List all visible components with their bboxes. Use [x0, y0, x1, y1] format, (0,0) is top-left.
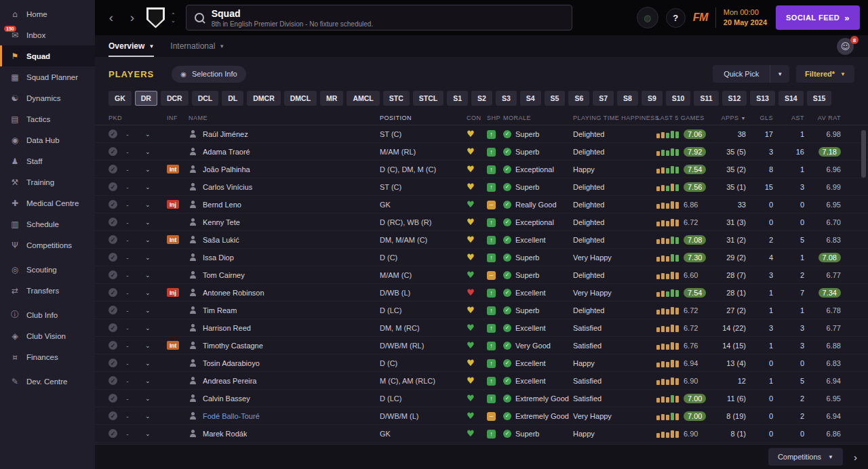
- player-row[interactable]: - Harrison Reed DM, M (RC) ↑ Excellent S…: [95, 319, 868, 337]
- position-filter-dmcr[interactable]: DMCR: [247, 91, 281, 106]
- position-filter-dcr[interactable]: DCR: [161, 91, 189, 106]
- picked-cell[interactable]: [108, 359, 126, 367]
- back-button[interactable]: ‹: [103, 7, 119, 28]
- player-row[interactable]: - Int João Palhinha D (C), DM, M (C) ↑ E…: [95, 161, 868, 178]
- sidebar-item-competitions[interactable]: Competitions: [0, 234, 95, 256]
- name-cell[interactable]: Tim Ream: [189, 306, 380, 314]
- player-row[interactable]: - Adama Traoré M/AM (RL) ↑ Superb Deligh…: [95, 143, 868, 161]
- manager-avatars[interactable]: ☺ 8: [837, 37, 857, 55]
- picked-cell[interactable]: [108, 253, 126, 262]
- status-badge[interactable]: Inj: [167, 288, 179, 297]
- position-filter-s12[interactable]: S12: [722, 91, 747, 106]
- position-filter-s15[interactable]: S15: [807, 91, 832, 106]
- position-filter-s9[interactable]: S9: [642, 91, 663, 106]
- picked-cell[interactable]: [108, 129, 126, 138]
- picked-cell[interactable]: [108, 270, 126, 279]
- picked-cell[interactable]: [108, 306, 126, 314]
- name-cell[interactable]: Adama Traoré: [189, 147, 380, 156]
- globe-icon[interactable]: ◍: [637, 7, 658, 28]
- name-cell[interactable]: Bernd Leno: [189, 200, 380, 209]
- next-screen-arrow[interactable]: ›: [851, 451, 860, 463]
- row-expand-chevron-icon[interactable]: [145, 219, 167, 226]
- position-filter-stc[interactable]: STC: [383, 91, 410, 106]
- club-crest[interactable]: [146, 7, 165, 28]
- sidebar-item-squad-planner[interactable]: Squad Planner: [0, 66, 95, 87]
- row-expand-chevron-icon[interactable]: [145, 395, 167, 402]
- name-cell[interactable]: Raúl Jiménez: [189, 129, 380, 138]
- name-cell[interactable]: Saša Lukić: [189, 235, 380, 244]
- player-row[interactable]: - Raúl Jiménez ST (C) ↑ Superb Delighted…: [95, 125, 868, 143]
- row-expand-chevron-icon[interactable]: [145, 201, 167, 208]
- name-cell[interactable]: Tosin Adarabioyo: [189, 359, 380, 367]
- position-filter-amcl[interactable]: AMCL: [347, 91, 379, 106]
- position-filter-s2[interactable]: S2: [471, 91, 492, 106]
- position-filter-s8[interactable]: S8: [617, 91, 638, 106]
- sidebar-item-scouting[interactable]: Scouting: [0, 259, 95, 280]
- vertical-scrollbar-thumb[interactable]: [861, 130, 866, 178]
- position-filter-s3[interactable]: S3: [496, 91, 517, 106]
- player-row[interactable]: - Inj Antonee Robinson D/WB (L) ↑ Excell…: [95, 284, 868, 302]
- name-cell[interactable]: Marek Rodák: [189, 429, 380, 438]
- row-expand-chevron-icon[interactable]: [145, 166, 167, 173]
- status-badge[interactable]: Int: [167, 235, 179, 244]
- title-search-box[interactable]: Squad 8th in English Premier Division - …: [186, 5, 572, 30]
- picked-cell[interactable]: [108, 218, 126, 226]
- name-cell[interactable]: Kenny Tete: [189, 218, 380, 226]
- col-apps-sorted[interactable]: APPS▼: [713, 115, 746, 121]
- player-row[interactable]: - Calvin Bassey D (LC) ↑ Extremely Good …: [95, 390, 868, 407]
- col-assists[interactable]: AST: [773, 115, 804, 121]
- status-badge[interactable]: Inj: [167, 200, 179, 209]
- name-cell[interactable]: Timothy Castagne: [189, 341, 380, 350]
- picked-cell[interactable]: [108, 200, 126, 209]
- row-expand-chevron-icon[interactable]: [145, 289, 167, 296]
- sidebar-item-inbox[interactable]: 150 Inbox: [0, 24, 95, 45]
- position-filter-s7[interactable]: S7: [593, 91, 614, 106]
- picked-cell[interactable]: [108, 394, 126, 403]
- name-cell[interactable]: Calvin Bassey: [189, 394, 380, 403]
- picked-cell[interactable]: [108, 288, 126, 297]
- picked-cell[interactable]: [108, 147, 126, 156]
- picked-cell[interactable]: [108, 376, 126, 385]
- position-filter-s1[interactable]: S1: [447, 91, 468, 106]
- status-badge[interactable]: Int: [167, 341, 179, 350]
- picked-cell[interactable]: [108, 235, 126, 244]
- col-goals[interactable]: GLS: [746, 115, 773, 121]
- name-cell[interactable]: Harrison Reed: [189, 323, 380, 332]
- sidebar-item-data-hub[interactable]: Data Hub: [0, 129, 95, 150]
- picked-cell[interactable]: [108, 411, 126, 420]
- player-row[interactable]: - Tosin Adarabioyo D (C) ↑ Excellent Hap…: [95, 354, 868, 372]
- row-expand-chevron-icon[interactable]: [145, 325, 167, 331]
- position-filter-dmcl[interactable]: DMCL: [284, 91, 317, 106]
- row-expand-chevron-icon[interactable]: [145, 342, 167, 349]
- picked-cell[interactable]: [108, 341, 126, 350]
- player-row[interactable]: - Carlos Vinícius ST (C) ↑ Superb Deligh…: [95, 178, 868, 196]
- sidebar-item-club-info[interactable]: Club Info: [0, 304, 95, 325]
- selection-info-button[interactable]: ◉ Selection Info: [172, 66, 245, 83]
- row-expand-chevron-icon[interactable]: [145, 413, 167, 420]
- col-name[interactable]: NAME: [189, 115, 380, 121]
- position-filter-dr[interactable]: DR: [135, 91, 157, 106]
- col-playing-time[interactable]: PLAYING TIME HAPPINESS: [573, 115, 656, 121]
- player-row[interactable]: - Tom Cairney M/AM (C) – Superb Delighte…: [95, 266, 868, 284]
- tab-overview[interactable]: Overview ▼: [108, 41, 154, 57]
- player-row[interactable]: - Andreas Pereira M (C), AM (RLC) ↑ Exce…: [95, 372, 868, 390]
- row-expand-chevron-icon[interactable]: [145, 378, 167, 384]
- sidebar-item-transfers[interactable]: Transfers: [0, 280, 95, 301]
- position-filter-s10[interactable]: S10: [666, 91, 691, 106]
- sidebar-item-home[interactable]: Home: [0, 3, 95, 24]
- row-expand-chevron-icon[interactable]: [145, 148, 167, 155]
- name-cell[interactable]: Issa Diop: [189, 253, 380, 262]
- row-expand-chevron-icon[interactable]: [145, 254, 167, 261]
- col-position[interactable]: POSITION: [380, 115, 467, 121]
- name-cell[interactable]: Antonee Robinson: [189, 288, 380, 297]
- col-condition[interactable]: CON: [467, 115, 487, 121]
- sidebar-item-training[interactable]: Training: [0, 171, 95, 192]
- row-expand-chevron-icon[interactable]: [145, 272, 167, 279]
- row-expand-chevron-icon[interactable]: [145, 307, 167, 314]
- forward-button[interactable]: ›: [124, 7, 140, 28]
- position-filter-s6[interactable]: S6: [568, 91, 589, 106]
- help-button[interactable]: ?: [666, 8, 686, 28]
- sidebar-item-finances[interactable]: Finances: [0, 346, 95, 367]
- row-expand-chevron-icon[interactable]: [145, 360, 167, 367]
- sidebar-item-dynamics[interactable]: Dynamics: [0, 87, 95, 108]
